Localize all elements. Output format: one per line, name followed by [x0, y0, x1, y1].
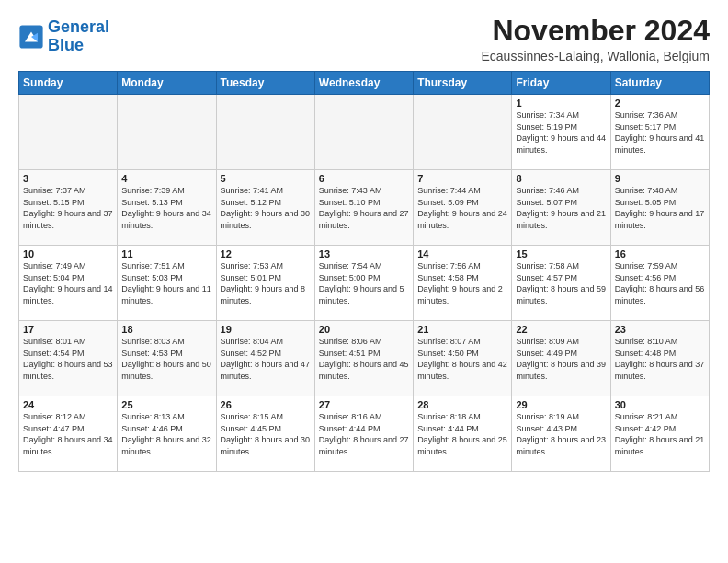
- day-info: Sunrise: 8:12 AM Sunset: 4:47 PM Dayligh…: [23, 411, 113, 457]
- table-row: 6Sunrise: 7:43 AM Sunset: 5:10 PM Daylig…: [314, 170, 413, 246]
- table-row: [216, 95, 314, 170]
- table-row: 16Sunrise: 7:59 AM Sunset: 4:56 PM Dayli…: [610, 246, 709, 321]
- table-row: 8Sunrise: 7:46 AM Sunset: 5:07 PM Daylig…: [512, 170, 610, 246]
- day-info: Sunrise: 7:46 AM Sunset: 5:07 PM Dayligh…: [516, 185, 606, 231]
- table-row: 9Sunrise: 7:48 AM Sunset: 5:05 PM Daylig…: [610, 170, 709, 246]
- day-number: 10: [23, 248, 113, 259]
- day-number: 15: [516, 248, 606, 259]
- day-number: 13: [319, 248, 409, 259]
- day-number: 27: [319, 399, 409, 410]
- day-number: 24: [23, 399, 113, 410]
- day-number: 21: [417, 324, 507, 335]
- day-number: 28: [417, 399, 507, 410]
- day-info: Sunrise: 8:06 AM Sunset: 4:51 PM Dayligh…: [319, 336, 409, 382]
- day-info: Sunrise: 8:13 AM Sunset: 4:46 PM Dayligh…: [121, 411, 211, 457]
- location-subtitle: Ecaussinnes-Lalaing, Wallonia, Belgium: [482, 49, 711, 63]
- table-row: 29Sunrise: 8:19 AM Sunset: 4:43 PM Dayli…: [512, 396, 610, 472]
- table-row: 27Sunrise: 8:16 AM Sunset: 4:44 PM Dayli…: [314, 396, 413, 472]
- calendar-week-2: 3Sunrise: 7:37 AM Sunset: 5:15 PM Daylig…: [19, 170, 710, 246]
- day-number: 17: [23, 324, 113, 335]
- table-row: 10Sunrise: 7:49 AM Sunset: 5:04 PM Dayli…: [19, 246, 118, 321]
- day-info: Sunrise: 8:18 AM Sunset: 4:44 PM Dayligh…: [417, 411, 507, 457]
- day-info: Sunrise: 8:16 AM Sunset: 4:44 PM Dayligh…: [319, 411, 409, 457]
- day-number: 8: [516, 173, 606, 184]
- day-number: 1: [516, 98, 606, 109]
- day-number: 25: [121, 399, 211, 410]
- day-number: 12: [221, 248, 311, 259]
- table-row: [118, 95, 216, 170]
- table-row: 15Sunrise: 7:58 AM Sunset: 4:57 PM Dayli…: [512, 246, 610, 321]
- day-info: Sunrise: 8:10 AM Sunset: 4:48 PM Dayligh…: [615, 336, 705, 382]
- day-number: 29: [516, 399, 606, 410]
- day-info: Sunrise: 8:15 AM Sunset: 4:45 PM Dayligh…: [221, 411, 311, 457]
- day-info: Sunrise: 7:39 AM Sunset: 5:13 PM Dayligh…: [121, 185, 211, 231]
- logo-icon: [18, 24, 44, 50]
- table-row: 4Sunrise: 7:39 AM Sunset: 5:13 PM Daylig…: [118, 170, 216, 246]
- day-number: 2: [615, 98, 705, 109]
- day-number: 4: [121, 173, 211, 184]
- calendar-header-row: Sunday Monday Tuesday Wednesday Thursday…: [19, 72, 710, 95]
- calendar-week-1: 1Sunrise: 7:34 AM Sunset: 5:19 PM Daylig…: [19, 95, 710, 170]
- table-row: 5Sunrise: 7:41 AM Sunset: 5:12 PM Daylig…: [216, 170, 314, 246]
- day-info: Sunrise: 8:07 AM Sunset: 4:50 PM Dayligh…: [417, 336, 507, 382]
- day-number: 5: [221, 173, 311, 184]
- table-row: 14Sunrise: 7:56 AM Sunset: 4:58 PM Dayli…: [414, 246, 512, 321]
- title-block: November 2024 Ecaussinnes-Lalaing, Wallo…: [482, 15, 711, 63]
- day-info: Sunrise: 8:03 AM Sunset: 4:53 PM Dayligh…: [121, 336, 211, 382]
- table-row: 25Sunrise: 8:13 AM Sunset: 4:46 PM Dayli…: [118, 396, 216, 472]
- day-number: 9: [615, 173, 705, 184]
- day-number: 20: [319, 324, 409, 335]
- calendar-week-5: 24Sunrise: 8:12 AM Sunset: 4:47 PM Dayli…: [19, 396, 710, 472]
- day-info: Sunrise: 7:51 AM Sunset: 5:03 PM Dayligh…: [121, 260, 211, 306]
- calendar-week-3: 10Sunrise: 7:49 AM Sunset: 5:04 PM Dayli…: [19, 246, 710, 321]
- table-row: 13Sunrise: 7:54 AM Sunset: 5:00 PM Dayli…: [314, 246, 413, 321]
- day-number: 6: [319, 173, 409, 184]
- table-row: [414, 95, 512, 170]
- day-info: Sunrise: 7:56 AM Sunset: 4:58 PM Dayligh…: [417, 260, 507, 306]
- col-tuesday: Tuesday: [216, 72, 314, 95]
- page: General Blue November 2024 Ecaussinnes-L…: [0, 0, 728, 481]
- day-info: Sunrise: 7:34 AM Sunset: 5:19 PM Dayligh…: [516, 109, 606, 155]
- col-friday: Friday: [512, 72, 610, 95]
- day-info: Sunrise: 8:04 AM Sunset: 4:52 PM Dayligh…: [221, 336, 311, 382]
- day-number: 16: [615, 248, 705, 259]
- table-row: [314, 95, 413, 170]
- logo: General Blue: [18, 18, 109, 55]
- col-thursday: Thursday: [414, 72, 512, 95]
- table-row: 24Sunrise: 8:12 AM Sunset: 4:47 PM Dayli…: [19, 396, 118, 472]
- table-row: 23Sunrise: 8:10 AM Sunset: 4:48 PM Dayli…: [610, 321, 709, 396]
- calendar-week-4: 17Sunrise: 8:01 AM Sunset: 4:54 PM Dayli…: [19, 321, 710, 396]
- logo-text: General Blue: [48, 18, 109, 55]
- day-number: 14: [417, 248, 507, 259]
- day-info: Sunrise: 8:21 AM Sunset: 4:42 PM Dayligh…: [615, 411, 705, 457]
- day-info: Sunrise: 7:59 AM Sunset: 4:56 PM Dayligh…: [615, 260, 705, 306]
- col-saturday: Saturday: [610, 72, 709, 95]
- day-info: Sunrise: 7:44 AM Sunset: 5:09 PM Dayligh…: [417, 185, 507, 231]
- day-number: 11: [121, 248, 211, 259]
- day-number: 22: [516, 324, 606, 335]
- day-number: 30: [615, 399, 705, 410]
- day-info: Sunrise: 8:01 AM Sunset: 4:54 PM Dayligh…: [23, 336, 113, 382]
- day-number: 23: [615, 324, 705, 335]
- day-info: Sunrise: 7:58 AM Sunset: 4:57 PM Dayligh…: [516, 260, 606, 306]
- table-row: 11Sunrise: 7:51 AM Sunset: 5:03 PM Dayli…: [118, 246, 216, 321]
- table-row: 30Sunrise: 8:21 AM Sunset: 4:42 PM Dayli…: [610, 396, 709, 472]
- day-number: 18: [121, 324, 211, 335]
- col-monday: Monday: [118, 72, 216, 95]
- table-row: [19, 95, 118, 170]
- day-info: Sunrise: 7:49 AM Sunset: 5:04 PM Dayligh…: [23, 260, 113, 306]
- table-row: 12Sunrise: 7:53 AM Sunset: 5:01 PM Dayli…: [216, 246, 314, 321]
- day-info: Sunrise: 7:37 AM Sunset: 5:15 PM Dayligh…: [23, 185, 113, 231]
- calendar-table: Sunday Monday Tuesday Wednesday Thursday…: [18, 71, 710, 472]
- table-row: 19Sunrise: 8:04 AM Sunset: 4:52 PM Dayli…: [216, 321, 314, 396]
- day-number: 7: [417, 173, 507, 184]
- month-title: November 2024: [482, 15, 711, 47]
- day-info: Sunrise: 7:53 AM Sunset: 5:01 PM Dayligh…: [221, 260, 311, 306]
- table-row: 26Sunrise: 8:15 AM Sunset: 4:45 PM Dayli…: [216, 396, 314, 472]
- day-number: 26: [221, 399, 311, 410]
- day-info: Sunrise: 7:41 AM Sunset: 5:12 PM Dayligh…: [221, 185, 311, 231]
- day-info: Sunrise: 8:19 AM Sunset: 4:43 PM Dayligh…: [516, 411, 606, 457]
- table-row: 1Sunrise: 7:34 AM Sunset: 5:19 PM Daylig…: [512, 95, 610, 170]
- day-info: Sunrise: 7:54 AM Sunset: 5:00 PM Dayligh…: [319, 260, 409, 306]
- day-number: 3: [23, 173, 113, 184]
